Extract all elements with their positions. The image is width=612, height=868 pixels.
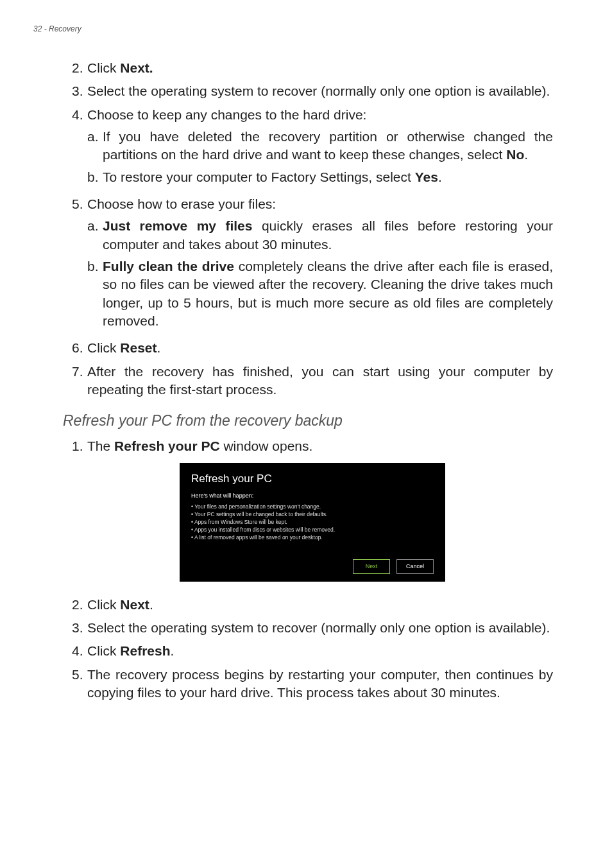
text: window opens. [220,438,313,453]
list-item: 1. The Refresh your PC window opens. [72,437,553,455]
text: . [171,643,174,658]
step-body: Choose to keep any changes to the hard d… [87,106,553,190]
step-number: 2. [72,596,87,614]
sub-body: Fully clean the drive completely cleans … [103,257,553,330]
bold-text: Reset [120,340,157,355]
list-item: 4.Choose to keep any changes to the hard… [72,106,553,190]
list-item: 3.Select the operating system to recover… [72,82,553,100]
cancel-button[interactable]: Cancel [396,559,434,573]
list-item: 2.Click Next. [72,596,553,614]
sub-item: b.To restore your computer to Factory Se… [87,168,553,186]
text: Click [87,597,120,612]
list-item: 5.Choose how to erase your files:a.Just … [72,195,553,334]
page-header: 32 - Recovery [33,24,579,33]
steps-list-b: 1. The Refresh your PC window opens. [72,437,553,455]
list-item: 4.Click Refresh. [72,642,553,660]
step-body: Click Next. [87,59,553,77]
step-number: 3. [72,82,87,100]
sub-item: b.Fully clean the drive completely clean… [87,257,553,330]
text: To restore your computer to Factory Sett… [103,169,415,184]
text: The [87,438,114,453]
sub-body: Just remove my files quickly erases all … [103,217,553,254]
dialog-bullet: Apps from Windows Store will be kept. [191,519,434,526]
step-number: 4. [72,106,87,190]
step-number: 5. [72,666,87,702]
bold-text: Next. [120,60,153,75]
dialog-title: Refresh your PC [191,472,434,487]
list-item: 3.Select the operating system to recover… [72,619,553,637]
bold-text: Next [120,597,149,612]
step-body: Click Next. [87,596,553,614]
text: Click [87,60,120,75]
bold-text: Fully clean the drive [103,259,234,273]
step-body: The recovery process begins by restartin… [87,666,553,702]
refresh-pc-dialog: Refresh your PC Here's what will happen:… [180,463,445,582]
step-number: 1. [72,437,87,455]
text: Click [87,643,120,658]
bold-text: Just remove my files [103,218,252,233]
step-number: 2. [72,59,87,77]
step-body: Choose how to erase your files:a.Just re… [87,195,553,334]
step-number: 4. [72,642,87,660]
list-item: 6.Click Reset. [72,339,553,357]
dialog-bullets: Your files and personalization settings … [191,503,434,541]
sub-item: a.Just remove my files quickly erases al… [87,217,553,254]
list-item: 2.Click Next. [72,59,553,77]
dialog-buttons: Next Cancel [191,559,434,573]
step-number: 5. [72,195,87,334]
bold-text: Refresh [120,643,170,658]
bold-text: Refresh your PC [114,438,220,453]
sub-letter: a. [87,217,103,254]
step-number: 6. [72,339,87,357]
text: . [149,597,153,612]
text: . [157,340,161,355]
steps-list-b-rest: 2.Click Next.3.Select the operating syst… [72,596,553,702]
sub-body: If you have deleted the recovery partiti… [103,128,553,164]
step-body: Select the operating system to recover (… [87,619,553,637]
sub-letter: a. [87,128,103,164]
dialog-bullet: A list of removed apps will be saved on … [191,534,434,542]
step-body: Click Refresh. [87,642,553,660]
dialog-bullet: Your PC settings will be changed back to… [191,511,434,519]
next-button[interactable]: Next [353,559,390,573]
sub-letter: b. [87,257,103,330]
text: Click [87,340,120,355]
bold-text: Yes [415,169,438,184]
page-content: 2.Click Next.3.Select the operating syst… [33,59,579,702]
sub-item: a.If you have deleted the recovery parti… [87,128,553,164]
section-heading: Refresh your PC from the recovery backup [63,411,553,431]
sub-letter: b. [87,168,103,186]
step-body: After the recovery has finished, you can… [87,363,553,399]
bold-text: No [506,147,524,162]
step-body: Select the operating system to recover (… [87,82,553,100]
sub-body: To restore your computer to Factory Sett… [103,168,553,186]
dialog-bullet: Your files and personalization settings … [191,503,434,511]
text: If you have deleted the recovery partiti… [103,129,553,162]
text: . [438,169,442,184]
step-number: 7. [72,363,87,399]
dialog-bullet: Apps you installed from discs or website… [191,526,434,534]
step-body: The Refresh your PC window opens. [87,437,553,455]
step-body: Click Reset. [87,339,553,357]
sub-list: a.Just remove my files quickly erases al… [87,217,553,330]
text: . [524,147,528,162]
list-item: 5.The recovery process begins by restart… [72,666,553,702]
sub-list: a.If you have deleted the recovery parti… [87,128,553,186]
step-number: 3. [72,619,87,637]
steps-list-a: 2.Click Next.3.Select the operating syst… [72,59,553,399]
dialog-subtitle: Here's what will happen: [191,492,434,499]
list-item: 7.After the recovery has finished, you c… [72,363,553,399]
